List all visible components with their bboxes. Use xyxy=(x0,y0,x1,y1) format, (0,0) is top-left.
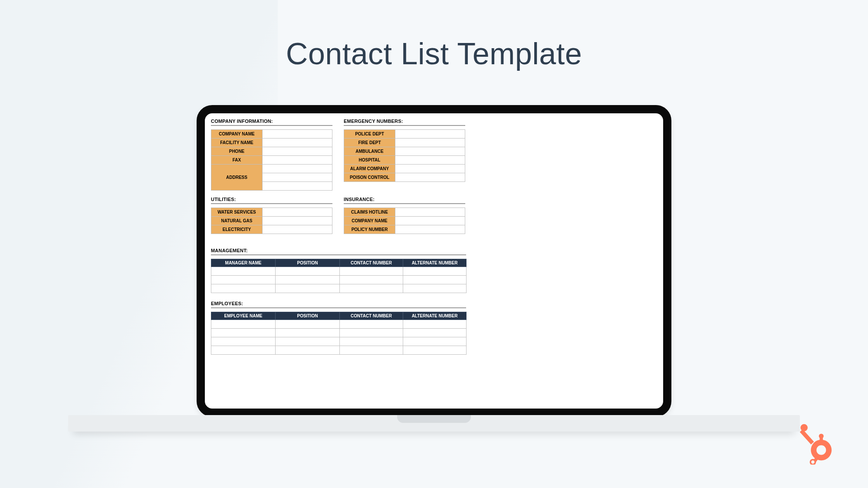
ins-company-label: COMPANY NAME xyxy=(344,217,395,225)
water-label: WATER SERVICES xyxy=(211,208,263,217)
poison-value[interactable] xyxy=(395,173,465,182)
laptop-screen-frame: COMPANY INFORMATION: COMPANY NAME FACILI… xyxy=(197,105,671,417)
water-value[interactable] xyxy=(263,208,332,217)
hospital-label: HOSPITAL xyxy=(344,156,395,165)
mgr-col-position: POSITION xyxy=(276,259,340,267)
electricity-label: ELECTRICITY xyxy=(211,225,263,234)
utilities-section: UTILITIES: WATER SERVICES NATURAL GAS EL… xyxy=(211,197,332,234)
address-value-2[interactable] xyxy=(263,173,332,182)
facility-name-value[interactable] xyxy=(263,138,332,147)
management-section: MANAGEMENT: MANAGER NAME POSITION CONTAC… xyxy=(211,248,657,293)
table-row xyxy=(211,337,467,346)
police-label: POLICE DEPT xyxy=(344,130,395,138)
emp-col-alt: ALTERNATE NUMBER xyxy=(403,312,467,320)
section-underline xyxy=(344,125,465,126)
address-label: ADDRESS xyxy=(211,165,263,191)
emergency-section: EMERGENCY NUMBERS: POLICE DEPT FIRE DEPT… xyxy=(344,119,465,182)
laptop-mockup: COMPANY INFORMATION: COMPANY NAME FACILI… xyxy=(197,105,671,424)
section-underline xyxy=(344,203,465,204)
table-row xyxy=(211,276,467,284)
section-heading: EMERGENCY NUMBERS: xyxy=(344,119,465,124)
gas-value[interactable] xyxy=(263,217,332,225)
police-value[interactable] xyxy=(395,130,465,138)
company-table: COMPANY NAME FACILITY NAME PHONE FAX ADD… xyxy=(211,129,332,191)
emp-col-name: EMPLOYEE NAME xyxy=(211,312,276,320)
claims-value[interactable] xyxy=(395,208,465,217)
employees-table: EMPLOYEE NAME POSITION CONTACT NUMBER AL… xyxy=(211,312,467,355)
section-underline xyxy=(211,203,332,204)
table-row xyxy=(211,346,467,355)
laptop-notch xyxy=(397,415,471,423)
page-title: Contact List Template xyxy=(0,36,868,71)
svg-point-5 xyxy=(816,445,826,455)
company-name-label: COMPANY NAME xyxy=(211,130,263,138)
fax-label: FAX xyxy=(211,156,263,165)
gas-label: NATURAL GAS xyxy=(211,217,263,225)
section-heading: UTILITIES: xyxy=(211,197,332,202)
poison-label: POISON CONTROL xyxy=(344,173,395,182)
ins-company-value[interactable] xyxy=(395,217,465,225)
alarm-label: ALARM COMPANY xyxy=(344,165,395,173)
facility-name-label: FACILITY NAME xyxy=(211,138,263,147)
table-row xyxy=(211,329,467,337)
section-underline xyxy=(211,307,466,308)
ambulance-label: AMBULANCE xyxy=(344,147,395,156)
company-section: COMPANY INFORMATION: COMPANY NAME FACILI… xyxy=(211,119,332,191)
table-row xyxy=(211,320,467,329)
section-heading: COMPANY INFORMATION: xyxy=(211,119,332,124)
mgr-col-name: MANAGER NAME xyxy=(211,259,276,267)
emergency-table: POLICE DEPT FIRE DEPT AMBULANCE HOSPITAL… xyxy=(344,129,465,182)
phone-label: PHONE xyxy=(211,147,263,156)
policy-value[interactable] xyxy=(395,225,465,234)
employees-section: EMPLOYEES: EMPLOYEE NAME POSITION CONTAC… xyxy=(211,301,657,355)
policy-label: POLICY NUMBER xyxy=(344,225,395,234)
fire-label: FIRE DEPT xyxy=(344,138,395,147)
insurance-table: CLAIMS HOTLINE COMPANY NAME POLICY NUMBE… xyxy=(344,208,465,234)
claims-label: CLAIMS HOTLINE xyxy=(344,208,395,217)
hubspot-icon xyxy=(798,422,838,465)
emp-col-contact: CONTACT NUMBER xyxy=(340,312,403,320)
svg-point-0 xyxy=(800,424,808,432)
table-row xyxy=(211,284,467,293)
table-row xyxy=(211,267,467,276)
section-heading: EMPLOYEES: xyxy=(211,301,657,306)
alarm-value[interactable] xyxy=(395,165,465,173)
address-value-3[interactable] xyxy=(263,182,332,191)
fax-value[interactable] xyxy=(263,156,332,165)
mgr-col-alt: ALTERNATE NUMBER xyxy=(403,259,467,267)
utilities-table: WATER SERVICES NATURAL GAS ELECTRICITY xyxy=(211,208,332,234)
management-table: MANAGER NAME POSITION CONTACT NUMBER ALT… xyxy=(211,259,467,293)
section-heading: MANAGEMENT: xyxy=(211,248,657,253)
screen-content: COMPANY INFORMATION: COMPANY NAME FACILI… xyxy=(205,113,663,409)
address-value-1[interactable] xyxy=(263,165,332,173)
section-underline xyxy=(211,254,466,255)
phone-value[interactable] xyxy=(263,147,332,156)
ambulance-value[interactable] xyxy=(395,147,465,156)
emp-col-position: POSITION xyxy=(276,312,340,320)
svg-point-7 xyxy=(810,460,815,465)
mgr-col-contact: CONTACT NUMBER xyxy=(340,259,403,267)
laptop-base xyxy=(68,415,800,432)
section-heading: INSURANCE: xyxy=(344,197,465,202)
svg-rect-1 xyxy=(800,429,814,445)
hospital-value[interactable] xyxy=(395,156,465,165)
company-name-value[interactable] xyxy=(263,130,332,138)
insurance-section: INSURANCE: CLAIMS HOTLINE COMPANY NAME P… xyxy=(344,197,465,234)
section-underline xyxy=(211,125,332,126)
fire-value[interactable] xyxy=(395,138,465,147)
electricity-value[interactable] xyxy=(263,225,332,234)
